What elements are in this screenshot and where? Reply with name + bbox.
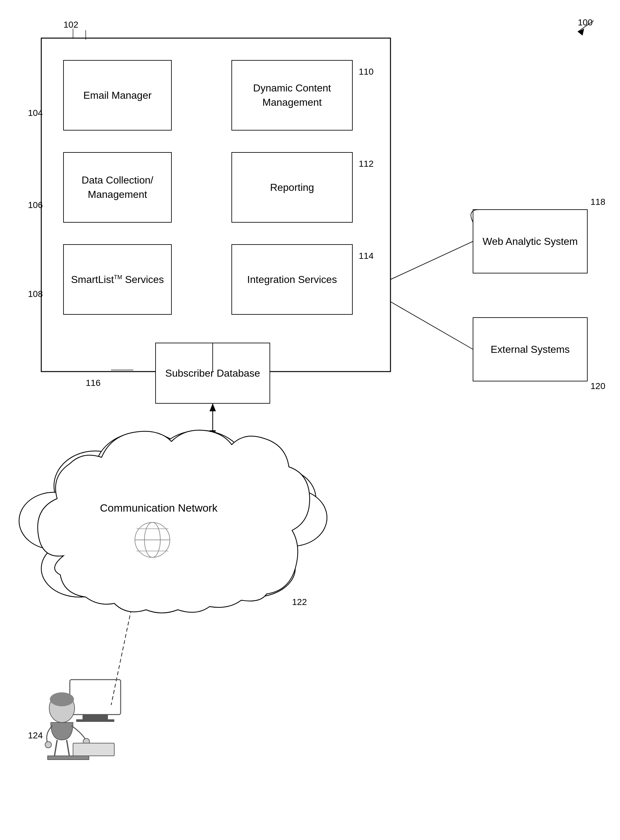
svg-line-10 <box>390 241 473 280</box>
diagram-container: 100 102 104 106 108 110 112 114 116 118 … <box>0 0 620 840</box>
subscriber-db-box: Subscriber Database <box>155 343 270 403</box>
data-collection-box: Data Collection/ Management <box>63 152 172 222</box>
dynamic-content-label: Dynamic Content Management <box>232 81 352 110</box>
svg-rect-37 <box>83 715 108 719</box>
ref-label-114: 114 <box>359 251 374 261</box>
ref-label-102: 102 <box>63 20 78 30</box>
comm-network-label: Communication Network <box>79 502 238 514</box>
external-systems-label: External Systems <box>491 342 570 357</box>
svg-point-40 <box>50 692 74 706</box>
reporting-box: Reporting <box>232 152 352 222</box>
svg-rect-38 <box>76 719 114 722</box>
integration-box: Integration Services <box>232 245 352 315</box>
svg-rect-45 <box>73 743 114 756</box>
svg-point-41 <box>45 742 51 748</box>
smartlist-label: SmartListTM Services <box>71 272 164 287</box>
external-systems-box: External Systems <box>473 318 587 381</box>
subscriber-db-label: Subscriber Database <box>166 366 260 381</box>
ref-label-124: 124 <box>28 730 43 741</box>
user-figure <box>41 676 130 787</box>
ref-label-112: 112 <box>359 159 374 169</box>
svg-line-11 <box>390 302 473 349</box>
ref-label-118: 118 <box>590 197 605 207</box>
ref-label-120: 120 <box>590 381 605 391</box>
svg-rect-46 <box>48 756 89 760</box>
data-collection-label: Data Collection/ Management <box>63 173 172 202</box>
ref-label-106: 106 <box>28 200 43 210</box>
web-analytic-label: Web Analytic System <box>483 234 578 249</box>
ref-label-110: 110 <box>359 67 374 77</box>
svg-rect-36 <box>70 680 120 715</box>
ref-label-108: 108 <box>28 289 43 299</box>
ref-label-100: 100 <box>578 18 593 28</box>
ref-label-122: 122 <box>292 597 307 607</box>
ref-label-116: 116 <box>86 378 101 388</box>
svg-marker-13 <box>209 403 216 411</box>
reporting-label: Reporting <box>270 181 314 195</box>
email-manager-label: Email Manager <box>83 88 151 102</box>
integration-label: Integration Services <box>247 272 337 287</box>
dynamic-content-box: Dynamic Content Management <box>232 60 352 130</box>
ref-label-104: 104 <box>28 108 43 118</box>
smartlist-box: SmartListTM Services <box>63 245 172 315</box>
web-analytic-box: Web Analytic System <box>473 209 587 273</box>
email-manager-box: Email Manager <box>63 60 172 130</box>
